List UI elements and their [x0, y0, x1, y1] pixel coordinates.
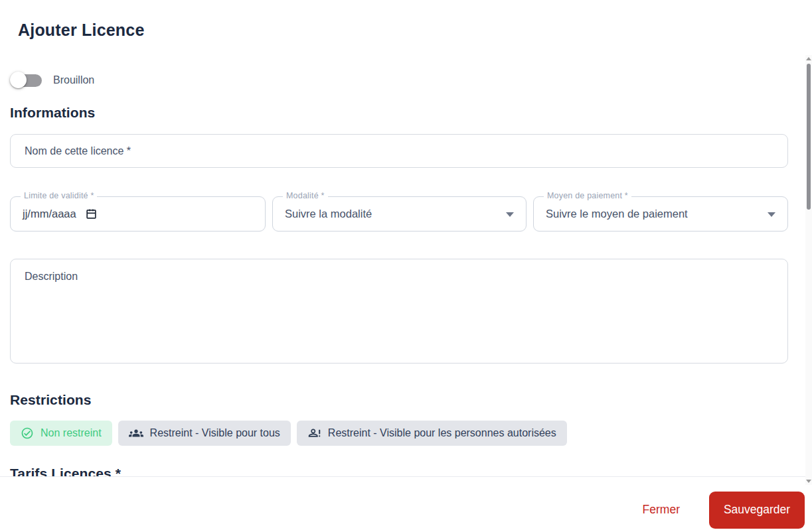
- modality-value: Suivre la modalité: [285, 208, 372, 220]
- licence-name-placeholder: Nom de cette licence *: [25, 145, 131, 157]
- groups-icon: [129, 426, 143, 440]
- check-circle-icon: [21, 427, 34, 440]
- scrollbar-up-arrow-icon[interactable]: [806, 57, 811, 60]
- payment-label: Moyen de paiement *: [544, 191, 631, 200]
- person-alert-icon: [307, 427, 321, 440]
- chip-label: Restreint - Visible pour tous: [150, 427, 280, 439]
- validity-date-field[interactable]: Limite de validité * jj/mm/aaaa: [10, 196, 266, 232]
- toggle-knob-icon: [10, 72, 27, 88]
- modality-select[interactable]: Modalité * Suivre la modalité: [272, 196, 527, 232]
- close-button[interactable]: Fermer: [636, 498, 687, 522]
- description-textarea[interactable]: Description: [10, 259, 788, 364]
- save-button[interactable]: Sauvegarder: [709, 492, 805, 529]
- calendar-icon[interactable]: [85, 208, 98, 220]
- informations-heading: Informations: [10, 105, 95, 121]
- dialog-content: Ajouter Licence Brouillon Informations N…: [0, 0, 812, 476]
- licence-name-input[interactable]: Nom de cette licence *: [10, 134, 788, 168]
- description-placeholder: Description: [25, 271, 78, 283]
- dialog-title: Ajouter Licence: [18, 21, 145, 40]
- modality-label: Modalité *: [283, 191, 328, 200]
- scrollbar-thumb[interactable]: [807, 64, 811, 210]
- add-licence-dialog: Ajouter Licence Brouillon Informations N…: [0, 0, 812, 532]
- chip-non-restreint[interactable]: Non restreint: [10, 421, 112, 446]
- draft-toggle[interactable]: [10, 72, 43, 89]
- payment-select[interactable]: Moyen de paiement * Suivre le moyen de p…: [533, 196, 788, 232]
- draft-toggle-row: Brouillon: [10, 72, 94, 89]
- scrollbar-down-arrow-icon[interactable]: [806, 480, 811, 483]
- dialog-footer: Fermer Sauvegarder: [0, 476, 812, 532]
- chip-label: Restreint - Visible pour les personnes a…: [328, 427, 556, 439]
- payment-value: Suivre le moyen de paiement: [546, 208, 688, 220]
- chevron-down-icon: [768, 212, 775, 217]
- scrollbar[interactable]: [805, 55, 812, 485]
- draft-toggle-label: Brouillon: [53, 74, 94, 86]
- restrictions-heading: Restrictions: [10, 392, 92, 408]
- chip-restreint-visible-tous[interactable]: Restreint - Visible pour tous: [118, 421, 291, 446]
- chip-label: Non restreint: [41, 427, 102, 439]
- validity-date-placeholder: jj/mm/aaaa: [23, 208, 76, 220]
- chevron-down-icon: [506, 212, 514, 217]
- chip-restreint-personnes-autorisees[interactable]: Restreint - Visible pour les personnes a…: [297, 421, 567, 446]
- validity-date-label: Limite de validité *: [21, 191, 97, 200]
- restriction-chips: Non restreint Restreint - Visible pour t…: [10, 421, 567, 446]
- tarifs-heading: Tarifs Licences *: [10, 466, 121, 476]
